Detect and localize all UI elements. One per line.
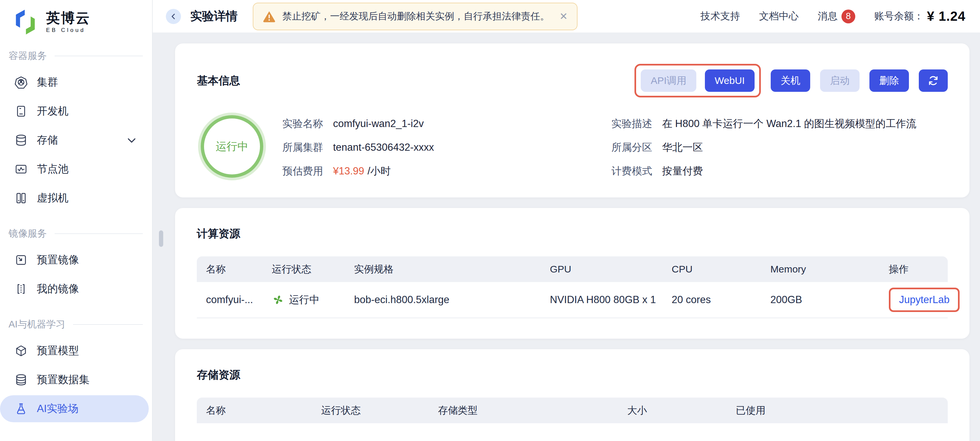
cell-gpu: NVIDIA H800 80GB x 1 [541, 294, 662, 306]
start-button[interactable]: 启动 [820, 69, 859, 92]
webui-button[interactable]: WebUI [705, 69, 754, 92]
section-divider [55, 233, 143, 234]
my-image-icon [14, 282, 28, 296]
storage-table-row [197, 423, 948, 441]
storage-resources-card: 存储资源 名称 运行状态 存储类型 大小 已使用 [175, 349, 969, 441]
warning-banner: 禁止挖矿，一经发现后自动删除相关实例，自行承担法律责任。 ✕ [253, 3, 578, 30]
sidebar-item-label: 集群 [37, 75, 58, 89]
sidebar: 英博云 EB Cloud 容器服务 集群 [0, 0, 153, 441]
storage-table-header: 名称 运行状态 存储类型 大小 已使用 [197, 398, 948, 423]
field-experiment-name: 实验名称 comfyui-wan2_1-i2v [282, 112, 611, 135]
balance-label: 账号余额： [874, 10, 924, 23]
account-balance: 账号余额： ¥ 1.24 [874, 9, 966, 24]
sidebar-item-label: 预置镜像 [37, 253, 79, 267]
fan-running-icon [272, 294, 284, 306]
sidebar-item-label: 节点池 [37, 162, 68, 177]
sidebar-section-container: 容器服务 集群 [0, 49, 152, 213]
chevron-left-icon [169, 12, 178, 21]
cell-instance-name: comfyui-... [197, 294, 262, 306]
cell-instance-spec: bob-eci.h800.5xlarge [345, 294, 541, 306]
section-label: AI与机器学习 [8, 318, 65, 331]
topbar-nav: 技术支持 文档中心 消息 8 账号余额： ¥ 1.24 [701, 9, 966, 24]
delete-button[interactable]: 删除 [869, 69, 909, 92]
annotation-highlight-box: JupyterLab [889, 288, 959, 312]
flask-icon [14, 402, 28, 416]
kubernetes-icon [14, 76, 28, 89]
sidebar-item-preset-datasets[interactable]: 预置数据集 [0, 365, 152, 394]
preset-image-icon [14, 253, 28, 267]
sidebar-item-devbox[interactable]: 开发机 [0, 97, 152, 126]
shutdown-button[interactable]: 关机 [771, 69, 810, 92]
sidebar-item-preset-images[interactable]: 预置镜像 [0, 245, 152, 274]
dataset-icon [14, 373, 28, 386]
sidebar-section-ai: AI与机器学习 预置模型 [0, 318, 152, 422]
nodepool-icon [14, 162, 28, 176]
brand-name: 英博云 [46, 11, 91, 25]
sidebar-item-label: AI实验场 [37, 401, 78, 416]
sidebar-item-label: 预置数据集 [37, 373, 89, 387]
compute-resources-title: 计算资源 [197, 226, 948, 241]
content-area: 基本信息 API调用 WebUI 关机 启动 删除 [153, 33, 980, 441]
refresh-button[interactable] [919, 69, 948, 92]
section-label: 容器服务 [8, 49, 47, 62]
cell-memory: 200GB [761, 294, 880, 306]
brand-cube-icon [11, 8, 40, 36]
compute-table: 名称 运行状态 实例规格 GPU CPU Memory 操作 comfyui-.… [197, 256, 948, 318]
sidebar-item-my-images[interactable]: 我的镜像 [0, 274, 152, 303]
topbar: 实验详情 禁止挖矿，一经发现后自动删除相关实例，自行承担法律责任。 ✕ 技术支持… [153, 0, 980, 33]
basic-info-card: 基本信息 API调用 WebUI 关机 启动 删除 [175, 43, 969, 197]
warning-banner-text: 禁止挖矿，一经发现后自动删除相关实例，自行承担法律责任。 [282, 10, 550, 23]
storage-icon [14, 134, 28, 147]
balance-value: ¥ 1.24 [927, 9, 966, 24]
field-billing-mode: 计费模式 按量付费 [611, 159, 916, 183]
section-divider [73, 324, 143, 325]
devbox-icon [14, 105, 28, 118]
field-description: 实验描述 在 H800 单卡运行一个 Wan2.1 的图生视频模型的工作流 [611, 112, 916, 135]
info-column-left: 实验名称 comfyui-wan2_1-i2v 所属集群 tenant-6530… [282, 112, 611, 183]
sidebar-item-label: 虚拟机 [37, 191, 68, 205]
status-ring: 运行中 [201, 115, 263, 178]
section-label: 镜像服务 [8, 227, 47, 240]
nav-messages-label: 消息 [818, 10, 837, 23]
compute-table-row: comfyui-... 运行中 bob-eci.h800.5xla [197, 282, 948, 318]
brand-logo[interactable]: 英博云 EB Cloud [0, 0, 152, 36]
sidebar-item-label: 预置模型 [37, 344, 79, 358]
annotation-highlight-box: API调用 WebUI [635, 64, 761, 97]
sidebar-item-label: 存储 [37, 133, 58, 147]
message-count-badge: 8 [842, 10, 855, 23]
sidebar-section-images: 镜像服务 预置镜像 我的镜像 [0, 227, 152, 303]
sidebar-item-storage[interactable]: 存储 [0, 126, 152, 155]
section-divider [55, 56, 143, 56]
nav-messages[interactable]: 消息 8 [818, 10, 855, 23]
price-value: ¥13.99 [333, 165, 364, 177]
back-button[interactable] [166, 9, 181, 24]
action-buttons: API调用 WebUI 关机 启动 删除 [635, 64, 948, 97]
scrollbar-thumb[interactable] [159, 230, 163, 247]
chevron-down-icon [125, 134, 138, 147]
storage-table: 名称 运行状态 存储类型 大小 已使用 [197, 398, 948, 441]
sidebar-item-preset-models[interactable]: 预置模型 [0, 336, 152, 365]
nav-doc-center[interactable]: 文档中心 [759, 10, 799, 23]
warning-triangle-icon [262, 10, 276, 23]
basic-info-title: 基本信息 [197, 73, 240, 88]
compute-resources-card: 计算资源 名称 运行状态 实例规格 GPU CPU Memory 操作 comf… [175, 208, 969, 339]
close-icon[interactable]: ✕ [560, 11, 568, 22]
sidebar-item-nodepool[interactable]: 节点池 [0, 155, 152, 184]
compute-table-header: 名称 运行状态 实例规格 GPU CPU Memory 操作 [197, 256, 948, 282]
sidebar-item-ai-playground[interactable]: AI实验场 [0, 395, 149, 422]
field-cluster: 所属集群 tenant-65306432-xxxx [282, 135, 611, 159]
field-region: 所属分区 华北一区 [611, 135, 916, 159]
refresh-icon [927, 74, 940, 87]
main-area: 实验详情 禁止挖矿，一经发现后自动删除相关实例，自行承担法律责任。 ✕ 技术支持… [153, 0, 980, 441]
field-estimated-cost: 预估费用 ¥13.99 /小时 [282, 159, 611, 183]
nav-tech-support[interactable]: 技术支持 [701, 10, 740, 23]
jupyterlab-link[interactable]: JupyterLab [899, 294, 950, 306]
cell-run-status: 运行中 [262, 293, 345, 307]
cell-cpu: 20 cores [662, 294, 761, 306]
sidebar-item-cluster[interactable]: 集群 [0, 68, 152, 97]
app-root: 英博云 EB Cloud 容器服务 集群 [0, 0, 980, 441]
storage-resources-title: 存储资源 [197, 368, 948, 382]
api-call-button[interactable]: API调用 [641, 69, 696, 92]
page-title: 实验详情 [190, 8, 238, 24]
sidebar-item-vm[interactable]: 虚拟机 [0, 184, 152, 213]
